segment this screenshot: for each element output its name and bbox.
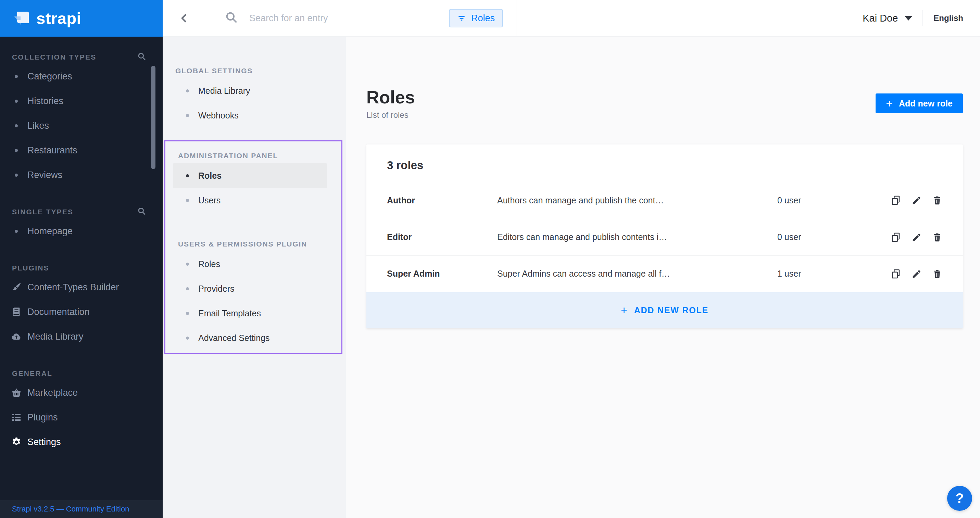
collapse-menu-button[interactable] — [163, 0, 206, 36]
delete-icon[interactable] — [932, 232, 942, 242]
sidebar-item-likes[interactable]: Likes — [0, 113, 163, 138]
subnav-item-roles-admin[interactable]: Roles — [173, 163, 327, 188]
search-icon[interactable] — [137, 52, 146, 63]
bullet-icon — [186, 199, 189, 202]
sidebar-item-marketplace[interactable]: Marketplace — [0, 380, 163, 405]
chevron-down-icon — [905, 16, 912, 21]
role-user-count: 1 user — [777, 269, 890, 279]
subnav-item-webhooks[interactable]: Webhooks — [173, 103, 329, 128]
filter-chip-label: Roles — [471, 13, 495, 24]
right-column: Roles Kai Doe English GLOBAL SETTINGS Me… — [163, 0, 980, 518]
left-menu: strapi COLLECTION TYPES Categories Histo… — [0, 0, 163, 518]
strapi-logo[interactable]: strapi — [0, 0, 163, 37]
bullet-icon — [186, 287, 189, 290]
sidebar-scrollbar[interactable] — [151, 66, 156, 169]
sidebar-item-documentation[interactable]: Documentation — [0, 300, 163, 324]
bullet-icon — [15, 173, 18, 177]
page-subtitle: List of roles — [366, 110, 415, 120]
bullet-icon — [15, 75, 18, 78]
brand-wordmark: strapi — [36, 9, 81, 28]
sidebar-item-categories[interactable]: Categories — [0, 64, 163, 89]
section-plugins: PLUGINS Content-Types Builder Documentat… — [0, 261, 163, 349]
duplicate-icon[interactable] — [890, 195, 901, 206]
topbar-right: Kai Doe English — [862, 10, 980, 26]
section-single-types: SINGLE TYPES Homepage — [0, 205, 163, 243]
edit-icon[interactable] — [912, 232, 922, 242]
language-selector[interactable]: English — [934, 13, 963, 23]
administration-panel-header: ADMINISTRATION PANEL — [165, 148, 341, 163]
sidebar-item-settings[interactable]: Settings — [0, 430, 163, 454]
chevron-left-icon — [179, 11, 189, 26]
cloud-upload-icon — [10, 331, 22, 342]
delete-icon[interactable] — [932, 195, 942, 205]
sidebar-item-restaurants[interactable]: Restaurants — [0, 138, 163, 163]
section-global-settings: GLOBAL SETTINGS Media Library Webhooks — [163, 64, 346, 128]
plugins-header: PLUGINS — [12, 264, 49, 272]
user-name: Kai Doe — [862, 13, 898, 24]
settings-subnav: GLOBAL SETTINGS Media Library Webhooks A… — [163, 37, 346, 518]
sidebar-item-homepage[interactable]: Homepage — [0, 219, 163, 243]
table-row[interactable]: Author Authors can manage and publish th… — [366, 182, 963, 219]
bullet-icon — [15, 100, 18, 103]
role-name: Super Admin — [387, 269, 497, 279]
edit-icon[interactable] — [912, 195, 922, 205]
search-filter-chip[interactable]: Roles — [449, 9, 503, 27]
bullet-icon — [186, 114, 189, 117]
subnav-item-media-library[interactable]: Media Library — [173, 78, 329, 103]
page-title: Roles — [366, 88, 415, 107]
role-description: Editors can manage and publish contents … — [497, 232, 777, 242]
delete-icon[interactable] — [932, 269, 942, 279]
subnav-item-roles-plugin[interactable]: Roles — [173, 252, 327, 276]
role-name: Editor — [387, 232, 497, 242]
subnav-item-email-templates[interactable]: Email Templates — [173, 301, 327, 326]
search-input[interactable] — [249, 13, 449, 24]
general-header: GENERAL — [12, 369, 52, 378]
collection-types-header: COLLECTION TYPES — [12, 53, 96, 61]
question-mark-icon: ? — [955, 491, 964, 506]
strapi-logo-icon — [12, 10, 30, 27]
section-users-permissions-plugin: USERS & PERMISSIONS PLUGIN Roles Provide… — [165, 237, 341, 350]
edit-icon[interactable] — [912, 269, 922, 279]
duplicate-icon[interactable] — [890, 232, 901, 243]
bullet-icon — [186, 337, 189, 340]
bullet-icon — [186, 89, 189, 92]
help-button[interactable]: ? — [947, 486, 972, 511]
topbar-divider — [923, 10, 923, 26]
bullet-icon — [186, 312, 189, 315]
table-row[interactable]: Super Admin Super Admins can access and … — [366, 256, 963, 292]
role-name: Author — [387, 195, 497, 205]
roles-count: 3 roles — [366, 145, 963, 182]
left-menu-body: COLLECTION TYPES Categories Histories Li… — [0, 37, 163, 500]
search-icon[interactable] — [137, 207, 146, 218]
topbar: Roles Kai Doe English — [163, 0, 980, 37]
left-menu-footer: Strapi v3.2.5 — Community Edition — [0, 500, 163, 518]
section-collection-types: COLLECTION TYPES Categories Histories Li… — [0, 50, 163, 187]
role-user-count: 0 user — [777, 195, 890, 205]
subnav-item-providers[interactable]: Providers — [173, 276, 327, 301]
plus-icon: + — [621, 304, 627, 317]
basket-icon — [10, 387, 22, 398]
sidebar-item-media-library[interactable]: Media Library — [0, 324, 163, 349]
sidebar-item-content-types-builder[interactable]: Content-Types Builder — [0, 275, 163, 300]
global-search: Roles — [206, 0, 516, 36]
sidebar-item-plugins[interactable]: Plugins — [0, 405, 163, 430]
version-link[interactable]: Strapi v3.2.5 — Community Edition — [12, 505, 129, 513]
book-icon — [10, 307, 22, 317]
add-new-role-button[interactable]: + Add new role — [875, 94, 963, 113]
highlighted-sections-box: ADMINISTRATION PANEL Roles Users USERS &… — [164, 140, 342, 354]
subnav-item-users[interactable]: Users — [173, 188, 327, 213]
search-icon — [225, 11, 238, 25]
plus-icon: + — [886, 98, 892, 109]
table-row[interactable]: Editor Editors can manage and publish co… — [366, 219, 963, 256]
subnav-item-advanced-settings[interactable]: Advanced Settings — [173, 326, 327, 350]
duplicate-icon[interactable] — [890, 269, 901, 280]
users-permissions-header: USERS & PERMISSIONS PLUGIN — [165, 237, 341, 252]
role-user-count: 0 user — [777, 232, 890, 242]
sidebar-item-reviews[interactable]: Reviews — [0, 163, 163, 187]
content-row: GLOBAL SETTINGS Media Library Webhooks A… — [163, 37, 980, 518]
add-new-role-footer-button[interactable]: + ADD NEW ROLE — [366, 292, 963, 328]
bullet-icon — [186, 262, 189, 266]
sidebar-item-histories[interactable]: Histories — [0, 89, 163, 113]
user-menu[interactable]: Kai Doe — [862, 13, 912, 24]
roles-table-card: 3 roles Author Authors can manage and pu… — [366, 145, 963, 328]
